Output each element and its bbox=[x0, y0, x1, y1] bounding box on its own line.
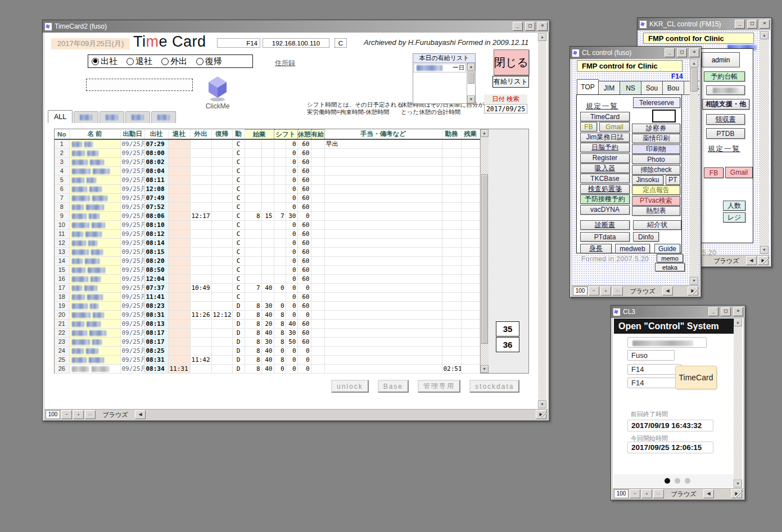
cell-sfM[interactable]: 0 bbox=[286, 302, 297, 311]
cell-memo[interactable] bbox=[324, 212, 442, 221]
headcount-button[interactable]: 人数 bbox=[723, 201, 745, 211]
cell-kyu[interactable]: 0 bbox=[297, 284, 311, 293]
cell-yukyu[interactable] bbox=[311, 212, 324, 221]
cell-kin[interactable]: D bbox=[232, 347, 245, 356]
cell-kin[interactable]: D bbox=[232, 302, 245, 311]
cell-in[interactable]: 08:14 bbox=[144, 239, 168, 248]
cell-shM[interactable] bbox=[261, 221, 274, 230]
cell-out[interactable] bbox=[168, 257, 190, 266]
cell-no[interactable]: 14 bbox=[55, 257, 69, 266]
cell-ret[interactable] bbox=[211, 194, 232, 203]
cell-leave[interactable] bbox=[190, 194, 211, 203]
cell-sfM[interactable]: 0 bbox=[286, 347, 297, 356]
cell-date[interactable]: 09/25月 bbox=[120, 230, 144, 239]
cell-kinmu[interactable] bbox=[442, 185, 461, 194]
scroll-down-icon[interactable]: ▼ bbox=[538, 401, 546, 408]
cell-zangyo[interactable] bbox=[461, 221, 480, 230]
button-身長[interactable]: 身長 bbox=[580, 244, 612, 253]
cell-in[interactable]: 08:17 bbox=[144, 338, 168, 347]
cell-kinmu[interactable] bbox=[442, 212, 461, 221]
scroll-up-icon[interactable]: ▲ bbox=[481, 129, 489, 137]
cell-shM[interactable] bbox=[261, 139, 274, 149]
maximize-button[interactable]: □ bbox=[677, 48, 687, 57]
cell-shM[interactable] bbox=[261, 239, 274, 248]
cell-kin[interactable]: D bbox=[232, 320, 245, 329]
tab-blurred[interactable] bbox=[74, 111, 98, 123]
button-Jim業務日誌[interactable]: Jim業務日誌 bbox=[580, 133, 630, 142]
cell-kyu[interactable]: 60 bbox=[297, 338, 311, 347]
cell-zangyo[interactable] bbox=[461, 338, 480, 347]
cell-kin[interactable]: D bbox=[232, 356, 245, 365]
fb-button[interactable]: FB bbox=[704, 167, 724, 178]
cell-memo[interactable] bbox=[324, 284, 442, 293]
cell-name[interactable] bbox=[69, 239, 120, 248]
cell-shH[interactable] bbox=[245, 293, 261, 302]
cell-memo[interactable] bbox=[324, 239, 442, 248]
cell-shH[interactable] bbox=[245, 239, 261, 248]
cell-ret[interactable] bbox=[211, 167, 232, 176]
prev-end-time[interactable]: 2017/09/19 16:43:32 bbox=[627, 420, 713, 431]
scroll-up-icon[interactable]: ▲ bbox=[760, 31, 769, 39]
cl-tab-top[interactable]: TOP bbox=[577, 79, 599, 95]
cell-ret[interactable] bbox=[211, 293, 232, 302]
cell-memo[interactable] bbox=[324, 347, 442, 356]
cell-yukyu[interactable] bbox=[311, 356, 324, 365]
cell-kyu[interactable]: 60 bbox=[297, 194, 311, 203]
cell-kinmu[interactable] bbox=[442, 203, 461, 212]
cell-shH[interactable] bbox=[245, 167, 261, 176]
radio-option-4[interactable]: 復帰 bbox=[196, 56, 222, 67]
cell-leave[interactable] bbox=[190, 257, 211, 266]
cell-ret[interactable] bbox=[211, 212, 232, 221]
cell-kin[interactable]: C bbox=[232, 212, 245, 221]
tab-all[interactable]: ALL bbox=[48, 110, 73, 123]
cell-zangyo[interactable] bbox=[461, 230, 480, 239]
cell-out[interactable] bbox=[168, 185, 190, 194]
cell-out[interactable] bbox=[168, 167, 190, 176]
cell-out[interactable] bbox=[168, 149, 190, 158]
cell-in[interactable]: 08:00 bbox=[144, 149, 168, 158]
cell-kin[interactable]: C bbox=[232, 158, 245, 167]
cell-kyu[interactable]: 60 bbox=[297, 266, 311, 275]
cell-in[interactable]: 07:49 bbox=[144, 194, 168, 203]
cell-sfH[interactable] bbox=[274, 293, 286, 302]
cell-shM[interactable] bbox=[261, 158, 274, 167]
f14-field[interactable]: F14 bbox=[217, 38, 260, 48]
minimize-button[interactable]: _ bbox=[665, 48, 675, 57]
window-scrollbar[interactable]: ▲ ▼ bbox=[734, 319, 742, 488]
cell-kin[interactable]: C bbox=[232, 257, 245, 266]
cell-kinmu[interactable] bbox=[442, 338, 461, 347]
cell-ret[interactable] bbox=[211, 139, 232, 149]
cell-date[interactable]: 09/25月 bbox=[120, 203, 144, 212]
cell-name[interactable] bbox=[69, 194, 120, 203]
cell-kyu[interactable]: 60 bbox=[297, 293, 311, 302]
cell-kin[interactable]: C bbox=[232, 284, 245, 293]
cl-tab-ns[interactable]: NS bbox=[620, 81, 641, 95]
minimize-button[interactable]: _ bbox=[735, 20, 745, 29]
cell-in[interactable]: 11:41 bbox=[144, 293, 168, 302]
cell-date[interactable]: 09/25月 bbox=[120, 302, 144, 311]
cell-date[interactable]: 09/25月 bbox=[120, 293, 144, 302]
cell-date[interactable]: 09/25月 bbox=[120, 257, 144, 266]
cell-sfM[interactable]: 0 bbox=[286, 248, 297, 257]
resize-grip[interactable] bbox=[762, 258, 769, 265]
cell-date[interactable]: 09/25月 bbox=[120, 248, 144, 257]
scroll-down-icon[interactable]: ▼ bbox=[481, 365, 489, 373]
cell-no[interactable]: 19 bbox=[55, 302, 69, 311]
cell-sfM[interactable]: 0 bbox=[286, 311, 297, 320]
zoom-out-button[interactable]: − bbox=[589, 287, 599, 295]
cell-kyu[interactable]: 0 bbox=[297, 347, 311, 356]
cell-shM[interactable] bbox=[261, 293, 274, 302]
scroll-up-icon[interactable]: ▲ bbox=[467, 63, 475, 71]
cell-zangyo[interactable] bbox=[461, 194, 480, 203]
cell-kin[interactable]: C bbox=[232, 203, 245, 212]
minimize-button[interactable]: _ bbox=[708, 307, 718, 316]
cell-sfH[interactable] bbox=[274, 230, 286, 239]
cell-out[interactable] bbox=[168, 302, 190, 311]
resize-grip[interactable] bbox=[691, 288, 699, 295]
cell-out[interactable] bbox=[168, 293, 190, 302]
button-印刷物[interactable]: 印刷物 bbox=[632, 144, 680, 154]
cell-shM[interactable] bbox=[261, 257, 274, 266]
cell-in[interactable]: 08:25 bbox=[144, 347, 168, 356]
cell-zangyo[interactable] bbox=[461, 212, 480, 221]
cell-yukyu[interactable] bbox=[311, 176, 324, 185]
